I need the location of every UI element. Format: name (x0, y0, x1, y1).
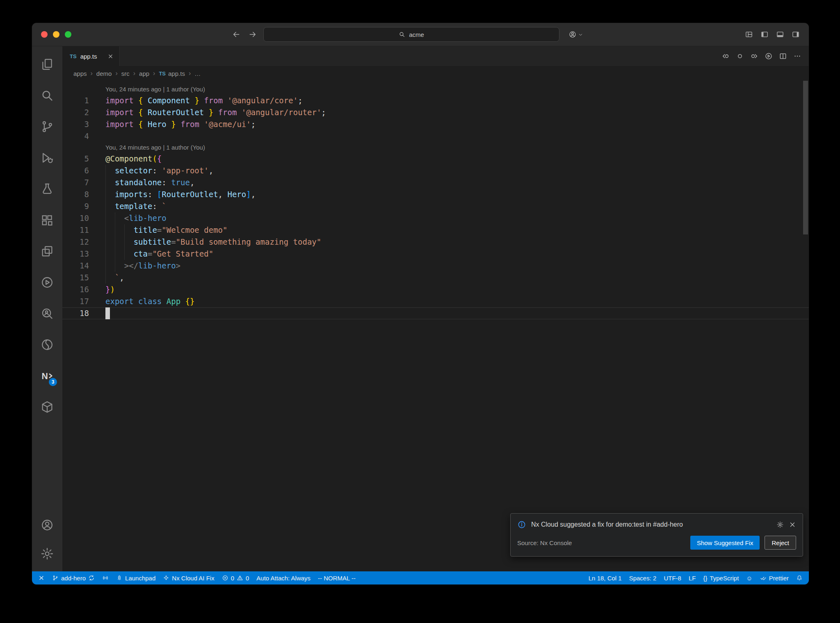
line-number[interactable]: 4 (62, 130, 105, 142)
line-content: imports: [RouterOutlet, Hero], (105, 189, 809, 200)
line-number[interactable] (62, 142, 105, 153)
notification-buttons: Show Suggested Fix Reject (690, 536, 796, 550)
line-number[interactable] (62, 84, 105, 95)
line-number[interactable]: 8 (62, 189, 105, 200)
split-editor-button[interactable] (779, 52, 787, 60)
run-file-button[interactable] (765, 52, 773, 60)
activity-item-run-debug[interactable] (32, 142, 62, 173)
window-close-button[interactable] (41, 31, 48, 38)
line-number[interactable]: 13 (62, 248, 105, 260)
history-back-button[interactable] (232, 30, 240, 39)
indent-guide (105, 200, 106, 212)
line-number[interactable]: 6 (62, 165, 105, 177)
indent-guide (115, 236, 115, 248)
breadcrumb-item[interactable]: apps (73, 70, 87, 77)
line-content: standalone: true, (105, 177, 809, 189)
indent-guide (105, 189, 106, 200)
nav-back-button[interactable] (721, 52, 730, 60)
status-problems[interactable]: 00 (218, 571, 253, 584)
line-number[interactable]: 10 (62, 212, 105, 224)
panel-right-button[interactable] (792, 30, 800, 39)
breadcrumb-item[interactable]: … (194, 70, 201, 77)
gear-icon (776, 521, 784, 528)
status-label: Nx Cloud AI Fix (172, 575, 214, 582)
status-broadcast[interactable] (98, 571, 112, 584)
sparkle-icon (163, 575, 169, 581)
layout-button[interactable] (745, 30, 753, 39)
status-feedback[interactable]: ☺ (742, 571, 756, 584)
activity-item-azure[interactable] (32, 329, 62, 360)
status-notifications[interactable] (792, 571, 806, 584)
tab-app-ts[interactable]: TS app.ts (62, 46, 120, 66)
breadcrumb-item[interactable]: TSapp.ts (159, 70, 185, 77)
status-indentation[interactable]: Spaces: 2 (625, 571, 660, 584)
more-actions-button[interactable] (793, 52, 801, 60)
command-center-search[interactable]: acme (263, 27, 559, 42)
activity-item-settings[interactable] (32, 539, 62, 568)
window-zoom-button[interactable] (65, 31, 71, 38)
breadcrumb-item[interactable]: app (139, 70, 149, 77)
line-number[interactable]: 17 (62, 296, 105, 307)
window-minimize-button[interactable] (53, 31, 59, 38)
activity-item-accounts[interactable] (32, 511, 62, 539)
notification-close-button[interactable] (789, 521, 796, 528)
activity-item-package-explorer[interactable] (32, 391, 62, 423)
code-line: 18 (62, 307, 809, 319)
status-nx-cloud-ai-fix[interactable]: Nx Cloud AI Fix (159, 571, 218, 584)
line-number[interactable]: 11 (62, 224, 105, 236)
beaker-icon (40, 182, 54, 196)
line-number[interactable]: 9 (62, 200, 105, 212)
activity-item-extensions[interactable] (32, 205, 62, 236)
windows-icon (40, 244, 54, 258)
status-eol[interactable]: LF (685, 571, 700, 584)
files-icon (40, 57, 54, 71)
status-bar: add-heroLaunchpadNx Cloud AI Fix00Auto A… (32, 571, 809, 584)
code-editor[interactable]: Nx Cloud suggested a fix for demo:test i… (62, 81, 809, 571)
code-line: 5@Component({ (62, 153, 809, 165)
close-icon (789, 521, 796, 528)
activity-item-testing[interactable] (32, 173, 62, 205)
breadcrumb-item[interactable]: src (121, 70, 130, 77)
line-number[interactable]: 14 (62, 260, 105, 272)
activity-item-editor-layouts[interactable] (32, 236, 62, 267)
status-branch[interactable]: add-hero (48, 571, 98, 584)
show-suggested-fix-button[interactable]: Show Suggested Fix (690, 536, 760, 550)
breadcrumb-item[interactable]: demo (96, 70, 112, 77)
status-encoding[interactable]: UTF-8 (660, 571, 685, 584)
status-vim-mode[interactable]: -- NORMAL -- (314, 571, 359, 584)
notification-message: Nx Cloud suggested a fix for demo:test i… (531, 521, 767, 528)
status-language-mode[interactable]: {}TypeScript (699, 571, 742, 584)
tab-close-button[interactable] (107, 53, 114, 59)
marker-button[interactable] (736, 52, 744, 60)
line-number[interactable]: 15 (62, 272, 105, 284)
activity-item-source-control[interactable] (32, 111, 62, 142)
activity-item-search[interactable] (32, 80, 62, 111)
line-number[interactable]: 1 (62, 95, 105, 107)
line-number[interactable]: 3 (62, 118, 105, 130)
reject-button[interactable]: Reject (765, 536, 796, 550)
vscode-window: acme 3 TS app.ts apps›demo›src›app›TSapp… (32, 23, 809, 584)
line-number[interactable]: 7 (62, 177, 105, 189)
line-number[interactable]: 12 (62, 236, 105, 248)
notification-settings-button[interactable] (776, 521, 784, 528)
status-label: add-hero (61, 575, 86, 582)
status-remote-indicator[interactable] (34, 571, 48, 584)
account-menu[interactable] (568, 30, 583, 39)
status-auto-attach[interactable]: Auto Attach: Always (253, 571, 314, 584)
activity-item-run-profile[interactable] (32, 267, 62, 298)
status-prettier[interactable]: Prettier (756, 571, 792, 584)
line-number[interactable]: 18 (62, 307, 105, 319)
line-number[interactable]: 2 (62, 107, 105, 118)
line-number[interactable]: 5 (62, 153, 105, 165)
status-launchpad[interactable]: Launchpad (112, 571, 159, 584)
status-cursor-position[interactable]: Ln 18, Col 1 (585, 571, 625, 584)
activity-item-explorer[interactable] (32, 49, 62, 80)
activity-item-nx-console[interactable]: 3 (32, 360, 62, 391)
panel-bottom-button[interactable] (776, 30, 784, 39)
editor-actions (721, 46, 809, 66)
history-forward-button[interactable] (249, 30, 257, 39)
activity-item-references[interactable] (32, 298, 62, 329)
nav-forward-button[interactable] (750, 52, 758, 60)
panel-left-button[interactable] (760, 30, 769, 39)
line-number[interactable]: 16 (62, 284, 105, 296)
